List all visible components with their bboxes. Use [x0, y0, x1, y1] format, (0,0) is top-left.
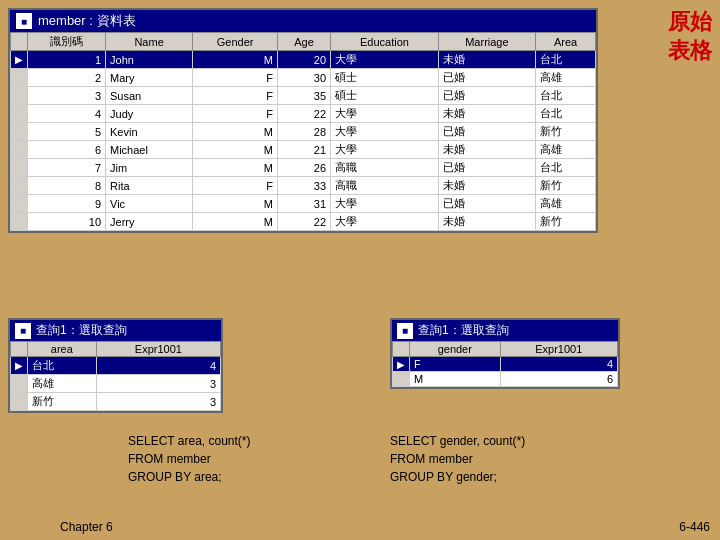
q-right-indicator-header: [393, 342, 410, 357]
col-marriage: Marriage: [438, 33, 535, 51]
table-cell: Judy: [106, 105, 193, 123]
q-left-col-area: area: [28, 342, 97, 357]
col-id: 識別碼: [28, 33, 106, 51]
q-left-row-arrow: [11, 375, 28, 393]
table-cell: 1: [28, 51, 106, 69]
table-cell: 28: [278, 123, 331, 141]
table-cell: 31: [278, 195, 331, 213]
table-cell: 已婚: [438, 123, 535, 141]
table-cell: 已婚: [438, 195, 535, 213]
q-right-row-arrow: [393, 372, 410, 387]
sql-right: SELECT gender, count(*) FROM member GROU…: [390, 432, 525, 486]
table-cell: Vic: [106, 195, 193, 213]
query-left-row: ▶台北4: [11, 357, 221, 375]
sql-left-line2: FROM member: [128, 450, 251, 468]
row-arrow: [11, 141, 28, 159]
col-gender: Gender: [193, 33, 278, 51]
table-cell: 碩士: [331, 69, 439, 87]
table-cell: M: [193, 141, 278, 159]
member-data-table: 識別碼 Name Gender Age Education Marriage A…: [10, 32, 596, 231]
table-row: 3SusanF35碩士已婚台北: [11, 87, 596, 105]
table-cell: 大學: [331, 123, 439, 141]
table-cell: 台北: [536, 159, 596, 177]
q-left-row-arrow: ▶: [11, 357, 28, 375]
table-cell: 21: [278, 141, 331, 159]
table-title: member : 資料表: [38, 12, 136, 30]
query-right-table: gender Expr1001 ▶F4M6: [392, 341, 618, 387]
table-cell: 大學: [331, 141, 439, 159]
row-arrow: [11, 69, 28, 87]
table-cell: 未婚: [438, 177, 535, 195]
page-number: 6-446: [679, 520, 710, 534]
table-cell: 高職: [331, 159, 439, 177]
table-cell: 大學: [331, 213, 439, 231]
table-cell: Rita: [106, 177, 193, 195]
table-cell: 大學: [331, 51, 439, 69]
table-cell: 2: [28, 69, 106, 87]
query-left-cell: 高雄: [28, 375, 97, 393]
table-cell: 新竹: [536, 213, 596, 231]
table-cell: M: [193, 51, 278, 69]
query-right-cell: 4: [500, 357, 617, 372]
table-cell: 已婚: [438, 87, 535, 105]
table-cell: F: [193, 69, 278, 87]
member-table-window: ■ member : 資料表 識別碼 Name Gender Age Educa…: [8, 8, 598, 233]
table-cell: 10: [28, 213, 106, 231]
query-left-row: 高雄3: [11, 375, 221, 393]
query-right-row: ▶F4: [393, 357, 618, 372]
table-cell: 未婚: [438, 51, 535, 69]
table-cell: 9: [28, 195, 106, 213]
table-row: 9VicM31大學已婚高雄: [11, 195, 596, 213]
query-left-title: 查詢1：選取查詢: [36, 322, 127, 339]
sql-left: SELECT area, count(*) FROM member GROUP …: [128, 432, 251, 486]
col-area: Area: [536, 33, 596, 51]
table-row: 6MichaelM21大學未婚高雄: [11, 141, 596, 159]
table-cell: 26: [278, 159, 331, 177]
query-right-cell: 6: [500, 372, 617, 387]
table-cell: 30: [278, 69, 331, 87]
sql-right-line3: GROUP BY gender;: [390, 468, 525, 486]
query-left-table: area Expr1001 ▶台北4高雄3新竹3: [10, 341, 221, 411]
table-cell: Mary: [106, 69, 193, 87]
query-panel-left: ■ 查詢1：選取查詢 area Expr1001 ▶台北4高雄3新竹3: [8, 318, 223, 413]
query-left-cell: 台北: [28, 357, 97, 375]
table-cell: 33: [278, 177, 331, 195]
table-cell: Jim: [106, 159, 193, 177]
table-cell: M: [193, 213, 278, 231]
table-row: 2MaryF30碩士已婚高雄: [11, 69, 596, 87]
sql-right-line1: SELECT gender, count(*): [390, 432, 525, 450]
table-title-bar: ■ member : 資料表: [10, 10, 596, 32]
table-cell: 35: [278, 87, 331, 105]
q-right-col-gender: gender: [410, 342, 501, 357]
query-right-icon: ■: [397, 323, 413, 339]
table-cell: 新竹: [536, 123, 596, 141]
query-left-title-bar: ■ 查詢1：選取查詢: [10, 320, 221, 341]
query-left-row: 新竹3: [11, 393, 221, 411]
table-cell: Susan: [106, 87, 193, 105]
table-cell: 已婚: [438, 159, 535, 177]
table-cell: Kevin: [106, 123, 193, 141]
q-left-indicator-header: [11, 342, 28, 357]
table-row: 10JerryM22大學未婚新竹: [11, 213, 596, 231]
table-cell: M: [193, 195, 278, 213]
table-row: 7JimM26高職已婚台北: [11, 159, 596, 177]
query-left-cell: 4: [96, 357, 220, 375]
table-cell: 8: [28, 177, 106, 195]
col-name: Name: [106, 33, 193, 51]
table-cell: 4: [28, 105, 106, 123]
query-right-row: M6: [393, 372, 618, 387]
label-line1: 原始: [668, 8, 712, 37]
table-cell: 高職: [331, 177, 439, 195]
table-cell: 已婚: [438, 69, 535, 87]
label-box: 原始 表格: [668, 8, 712, 65]
sql-left-line1: SELECT area, count(*): [128, 432, 251, 450]
table-cell: 3: [28, 87, 106, 105]
table-cell: 7: [28, 159, 106, 177]
row-indicator-header: [11, 33, 28, 51]
table-row: 5KevinM28大學已婚新竹: [11, 123, 596, 141]
query-left-icon: ■: [15, 323, 31, 339]
table-row: 8RitaF33高職未婚新竹: [11, 177, 596, 195]
table-cell: F: [193, 177, 278, 195]
table-cell: 新竹: [536, 177, 596, 195]
q-right-col-expr: Expr1001: [500, 342, 617, 357]
